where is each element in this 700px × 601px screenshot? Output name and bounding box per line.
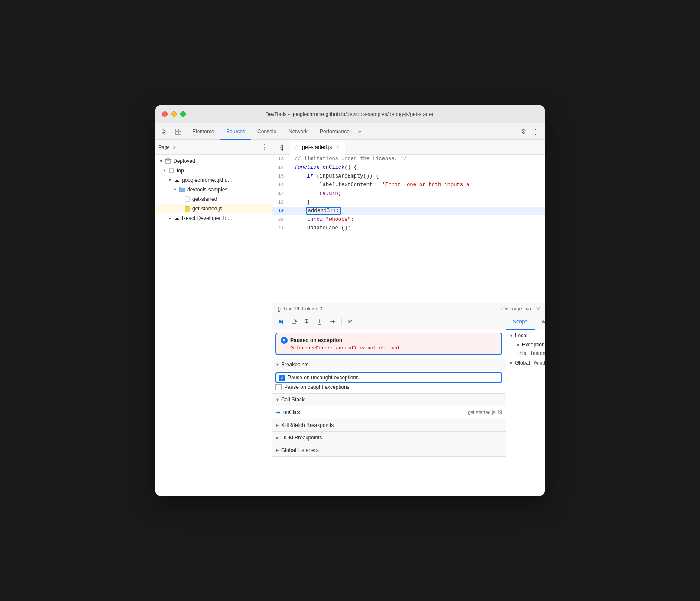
scope-group-global-header[interactable]: ► Global Window xyxy=(506,358,545,368)
tree-item-getstarted[interactable]: get-started xyxy=(155,194,272,204)
tree-label-devtools: devtools-samples… xyxy=(187,187,233,193)
breakpoints-header[interactable]: ▼ Breakpoints xyxy=(272,359,506,371)
tab-elements[interactable]: Elements xyxy=(186,124,220,140)
inspect-icon[interactable] xyxy=(172,126,185,138)
tab-scope[interactable]: Scope xyxy=(506,315,535,330)
local-arrow: ▼ xyxy=(509,333,513,338)
code-editor[interactable]: 13 // limitations under the License. */ … xyxy=(272,155,545,303)
gs-file-icon xyxy=(184,196,191,203)
more-tabs-btn[interactable]: » xyxy=(356,123,364,140)
titlebar: DevTools - googlechrome.github.io/devtoo… xyxy=(155,105,545,123)
svg-marker-0 xyxy=(162,129,166,134)
scope-group-global: ► Global Window xyxy=(506,358,545,368)
coverage-dropdown-icon[interactable]: ▽ xyxy=(536,306,540,311)
debug-controls xyxy=(272,314,506,329)
minimize-button[interactable] xyxy=(171,111,177,117)
call-stack-item-onclick[interactable]: ➜ onClick get-started.js:19 xyxy=(275,407,502,417)
tab-console[interactable]: Console xyxy=(251,124,282,140)
cursor-icon[interactable] xyxy=(159,126,171,138)
tree-arrow-top: ▼ xyxy=(162,168,167,173)
call-item-file: get-started.js:19 xyxy=(468,410,502,415)
source-tab-getstarted[interactable]: ⚠ get-started.js × xyxy=(290,140,345,155)
breakpoints-section: ▼ Breakpoints Pause on uncaught exceptio… xyxy=(272,359,506,394)
tree-label-react: React Developer To… xyxy=(182,215,233,221)
source-tab-close[interactable]: × xyxy=(334,144,340,150)
svg-rect-9 xyxy=(185,206,189,211)
call-stack-content: ➜ onClick get-started.js:19 xyxy=(272,406,506,419)
tree-item-top[interactable]: ▼ top xyxy=(155,166,272,175)
devtools-folder-icon xyxy=(178,186,185,193)
tab-performance[interactable]: Performance xyxy=(314,124,356,140)
tree-item-devtools[interactable]: ▼ devtools-samples… xyxy=(155,185,272,194)
line-content-19: addend3++; xyxy=(295,207,340,215)
tab-sources[interactable]: Sources xyxy=(220,124,251,140)
code-line-13: 13 // limitations under the License. */ xyxy=(272,155,545,163)
pause-uncaught-row[interactable]: Pause on uncaught exceptions xyxy=(275,372,502,383)
svg-rect-23 xyxy=(348,320,350,323)
step-out-btn[interactable] xyxy=(314,317,325,327)
source-tab-label: get-started.js xyxy=(302,144,332,150)
tree-label-deployed: Deployed xyxy=(173,158,195,164)
pause-uncaught-checkbox[interactable] xyxy=(279,375,285,381)
more-pages-btn[interactable]: » xyxy=(173,145,176,150)
dom-section: ► DOM Breakpoints xyxy=(272,432,506,444)
exception-message: ReferenceError: addend3 is not defined xyxy=(281,346,497,351)
tree-arrow-react: ► xyxy=(167,216,172,221)
tree-arrow-devtools: ▼ xyxy=(172,187,178,192)
source-back-btn[interactable]: ⟨| xyxy=(275,141,288,153)
maximize-button[interactable] xyxy=(180,111,186,117)
pretty-print-icon[interactable]: {} xyxy=(277,305,281,312)
settings-icon[interactable]: ⚙ xyxy=(517,126,529,138)
scope-item-exception[interactable]: ► Exception: Referen… xyxy=(506,340,545,349)
xhr-arrow: ► xyxy=(275,423,279,427)
pause-caught-checkbox[interactable] xyxy=(275,384,282,390)
scope-group-local: ▼ Local ► Exception: Referen… xyxy=(506,331,545,358)
step-over-btn[interactable] xyxy=(288,317,299,327)
svg-marker-18 xyxy=(318,319,321,320)
left-panel: Page » ⋮ ▼ Deployed ▼ xyxy=(155,140,272,496)
global-header[interactable]: ► Global Listeners xyxy=(272,444,506,456)
call-arrow-icon: ➜ xyxy=(275,409,281,416)
tree-arrow-deployed: ▼ xyxy=(159,158,164,164)
step-btn[interactable] xyxy=(327,317,338,327)
tree-item-react[interactable]: ► ☁ React Developer To… xyxy=(155,213,272,223)
call-item-label: onClick xyxy=(283,409,300,415)
more-menu-icon[interactable]: ⋮ xyxy=(529,126,541,138)
pause-caught-row[interactable]: Pause on caught exceptions xyxy=(275,383,502,391)
line-content-20: throw "whoops"; xyxy=(295,216,354,223)
resume-btn[interactable] xyxy=(275,317,286,327)
xhr-header[interactable]: ► XHR/fetch Breakpoints xyxy=(272,419,506,431)
dom-header[interactable]: ► DOM Breakpoints xyxy=(272,432,506,444)
top-tabbar: Elements Sources Console Network Perform… xyxy=(155,123,545,140)
debug-separator xyxy=(341,318,342,326)
step-into-btn[interactable] xyxy=(301,317,312,327)
tree-item-googlechrome[interactable]: ▼ ☁ googlechrome.githu… xyxy=(155,175,272,185)
tree-item-getstarted-js[interactable]: get-started.js xyxy=(155,204,272,213)
svg-marker-10 xyxy=(279,320,282,324)
tree-label-gsjs: get-started.js xyxy=(192,206,222,212)
close-button[interactable] xyxy=(162,111,168,117)
pause-caught-label: Pause on caught exceptions xyxy=(284,384,350,390)
breakpoints-label: Breakpoints xyxy=(281,362,308,368)
tab-watch[interactable]: Watch xyxy=(535,315,545,330)
local-label: Local xyxy=(515,333,528,339)
call-stack-header[interactable]: ▼ Call Stack xyxy=(272,394,506,406)
panel-menu-btn[interactable]: ⋮ xyxy=(261,144,268,151)
call-stack-label: Call Stack xyxy=(281,397,305,403)
tree-item-deployed[interactable]: ▼ Deployed xyxy=(155,156,272,166)
code-line-17: 17 return; xyxy=(272,189,545,198)
global-scope-label: Global xyxy=(515,360,530,366)
scope-group-local-header[interactable]: ▼ Local xyxy=(506,331,545,340)
pause-uncaught-label: Pause on uncaught exceptions xyxy=(288,375,359,381)
line-content-21: updateLabel(); xyxy=(295,225,351,231)
bottom-right: Scope Watch ▼ Local ► xyxy=(506,314,545,496)
svg-rect-4 xyxy=(179,132,181,134)
tab-network[interactable]: Network xyxy=(282,124,314,140)
line-content-14: function onClick() { xyxy=(295,165,357,171)
deactivate-breakpoints-btn[interactable] xyxy=(345,317,356,327)
status-bar: {} Line 19, Column 3 Coverage: n/a ▽ xyxy=(272,303,545,314)
code-line-21: 21 updateLabel(); xyxy=(272,224,545,233)
tree-arrow-gsjs xyxy=(178,206,183,211)
svg-rect-2 xyxy=(179,129,181,131)
dom-arrow: ► xyxy=(275,436,279,440)
